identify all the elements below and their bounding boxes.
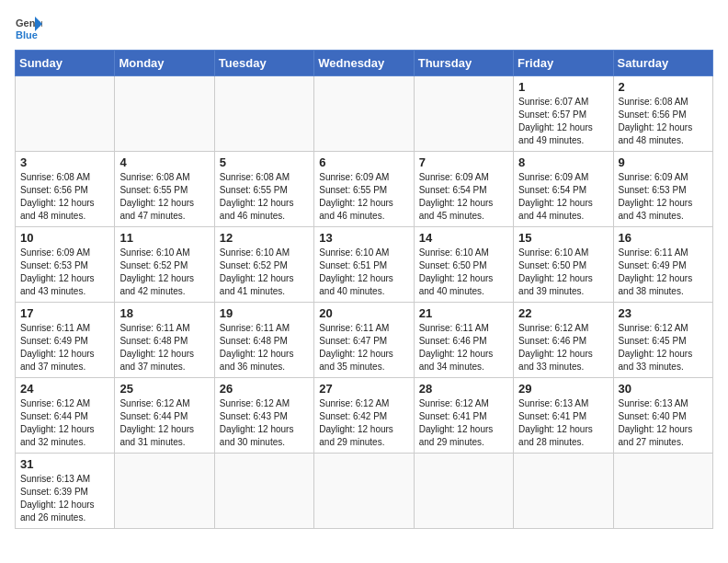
day-number: 28 bbox=[419, 382, 508, 396]
calendar-cell bbox=[115, 454, 214, 529]
day-number: 25 bbox=[119, 382, 209, 396]
day-number: 4 bbox=[119, 155, 209, 169]
day-info: Sunrise: 6:08 AM Sunset: 6:55 PM Dayligh… bbox=[119, 171, 209, 223]
day-number: 13 bbox=[319, 231, 408, 245]
weekday-header-tuesday: Tuesday bbox=[214, 51, 313, 76]
day-info: Sunrise: 6:12 AM Sunset: 6:43 PM Dayligh… bbox=[220, 397, 309, 449]
weekday-header-thursday: Thursday bbox=[414, 51, 513, 76]
day-number: 23 bbox=[619, 306, 708, 320]
day-number: 20 bbox=[319, 306, 408, 320]
day-number: 16 bbox=[619, 231, 708, 245]
calendar-cell bbox=[16, 76, 115, 152]
weekday-header-saturday: Saturday bbox=[613, 51, 712, 76]
day-info: Sunrise: 6:12 AM Sunset: 6:41 PM Dayligh… bbox=[419, 397, 508, 449]
week-row-3: 10Sunrise: 6:09 AM Sunset: 6:53 PM Dayli… bbox=[16, 227, 713, 303]
day-number: 30 bbox=[619, 382, 708, 396]
calendar-cell: 4Sunrise: 6:08 AM Sunset: 6:55 PM Daylig… bbox=[115, 152, 214, 227]
day-number: 27 bbox=[319, 382, 408, 396]
weekday-header-sunday: Sunday bbox=[16, 51, 115, 76]
day-info: Sunrise: 6:12 AM Sunset: 6:42 PM Dayligh… bbox=[319, 397, 408, 449]
day-info: Sunrise: 6:10 AM Sunset: 6:52 PM Dayligh… bbox=[119, 247, 209, 298]
calendar-cell: 28Sunrise: 6:12 AM Sunset: 6:41 PM Dayli… bbox=[414, 378, 513, 454]
day-info: Sunrise: 6:10 AM Sunset: 6:51 PM Dayligh… bbox=[319, 247, 408, 298]
calendar-cell: 1Sunrise: 6:07 AM Sunset: 6:57 PM Daylig… bbox=[514, 76, 613, 152]
calendar-cell: 26Sunrise: 6:12 AM Sunset: 6:43 PM Dayli… bbox=[214, 378, 313, 454]
day-info: Sunrise: 6:10 AM Sunset: 6:50 PM Dayligh… bbox=[518, 247, 608, 298]
calendar-cell: 9Sunrise: 6:09 AM Sunset: 6:53 PM Daylig… bbox=[613, 152, 712, 227]
calendar-cell: 30Sunrise: 6:13 AM Sunset: 6:40 PM Dayli… bbox=[613, 378, 712, 454]
day-info: Sunrise: 6:08 AM Sunset: 6:56 PM Dayligh… bbox=[20, 171, 109, 223]
svg-text:Blue: Blue bbox=[16, 29, 38, 40]
day-info: Sunrise: 6:12 AM Sunset: 6:44 PM Dayligh… bbox=[20, 397, 109, 449]
week-row-6: 31Sunrise: 6:13 AM Sunset: 6:39 PM Dayli… bbox=[16, 454, 713, 529]
calendar-cell: 19Sunrise: 6:11 AM Sunset: 6:48 PM Dayli… bbox=[214, 303, 313, 378]
week-row-4: 17Sunrise: 6:11 AM Sunset: 6:49 PM Dayli… bbox=[16, 303, 713, 378]
calendar-cell: 5Sunrise: 6:08 AM Sunset: 6:55 PM Daylig… bbox=[214, 152, 313, 227]
logo: General Blue bbox=[15, 15, 42, 40]
calendar-cell: 20Sunrise: 6:11 AM Sunset: 6:47 PM Dayli… bbox=[314, 303, 414, 378]
calendar-cell: 10Sunrise: 6:09 AM Sunset: 6:53 PM Dayli… bbox=[16, 227, 115, 303]
page-header: General Blue bbox=[15, 15, 713, 40]
calendar-cell bbox=[613, 454, 712, 529]
day-number: 11 bbox=[119, 231, 209, 245]
calendar-cell: 7Sunrise: 6:09 AM Sunset: 6:54 PM Daylig… bbox=[414, 152, 513, 227]
week-row-2: 3Sunrise: 6:08 AM Sunset: 6:56 PM Daylig… bbox=[16, 152, 713, 227]
calendar-cell bbox=[314, 76, 414, 152]
day-number: 1 bbox=[518, 80, 608, 94]
calendar-cell: 6Sunrise: 6:09 AM Sunset: 6:55 PM Daylig… bbox=[314, 152, 414, 227]
day-info: Sunrise: 6:13 AM Sunset: 6:41 PM Dayligh… bbox=[518, 397, 608, 449]
day-info: Sunrise: 6:11 AM Sunset: 6:49 PM Dayligh… bbox=[20, 322, 109, 373]
calendar-cell: 3Sunrise: 6:08 AM Sunset: 6:56 PM Daylig… bbox=[16, 152, 115, 227]
day-info: Sunrise: 6:10 AM Sunset: 6:50 PM Dayligh… bbox=[419, 247, 508, 298]
day-info: Sunrise: 6:11 AM Sunset: 6:48 PM Dayligh… bbox=[220, 322, 309, 373]
calendar-cell: 11Sunrise: 6:10 AM Sunset: 6:52 PM Dayli… bbox=[115, 227, 214, 303]
calendar-cell bbox=[514, 454, 613, 529]
calendar-cell: 18Sunrise: 6:11 AM Sunset: 6:48 PM Dayli… bbox=[115, 303, 214, 378]
day-number: 6 bbox=[319, 155, 408, 169]
calendar-cell: 12Sunrise: 6:10 AM Sunset: 6:52 PM Dayli… bbox=[214, 227, 313, 303]
day-number: 3 bbox=[20, 155, 109, 169]
day-number: 12 bbox=[220, 231, 309, 245]
calendar-cell: 24Sunrise: 6:12 AM Sunset: 6:44 PM Dayli… bbox=[16, 378, 115, 454]
calendar-cell bbox=[214, 76, 313, 152]
calendar-cell bbox=[414, 454, 513, 529]
day-info: Sunrise: 6:12 AM Sunset: 6:44 PM Dayligh… bbox=[119, 397, 209, 449]
day-info: Sunrise: 6:09 AM Sunset: 6:53 PM Dayligh… bbox=[619, 171, 708, 223]
day-info: Sunrise: 6:08 AM Sunset: 6:55 PM Dayligh… bbox=[220, 171, 309, 223]
day-info: Sunrise: 6:13 AM Sunset: 6:40 PM Dayligh… bbox=[619, 397, 708, 449]
day-number: 5 bbox=[220, 155, 309, 169]
day-info: Sunrise: 6:12 AM Sunset: 6:45 PM Dayligh… bbox=[619, 322, 708, 373]
calendar-cell: 22Sunrise: 6:12 AM Sunset: 6:46 PM Dayli… bbox=[514, 303, 613, 378]
week-row-1: 1Sunrise: 6:07 AM Sunset: 6:57 PM Daylig… bbox=[16, 76, 713, 152]
weekday-header-monday: Monday bbox=[115, 51, 214, 76]
calendar-cell: 17Sunrise: 6:11 AM Sunset: 6:49 PM Dayli… bbox=[16, 303, 115, 378]
day-number: 10 bbox=[20, 231, 109, 245]
calendar-cell: 23Sunrise: 6:12 AM Sunset: 6:45 PM Dayli… bbox=[613, 303, 712, 378]
calendar-cell: 13Sunrise: 6:10 AM Sunset: 6:51 PM Dayli… bbox=[314, 227, 414, 303]
calendar-cell: 2Sunrise: 6:08 AM Sunset: 6:56 PM Daylig… bbox=[613, 76, 712, 152]
day-info: Sunrise: 6:11 AM Sunset: 6:46 PM Dayligh… bbox=[419, 322, 508, 373]
day-info: Sunrise: 6:09 AM Sunset: 6:55 PM Dayligh… bbox=[319, 171, 408, 223]
calendar-cell: 8Sunrise: 6:09 AM Sunset: 6:54 PM Daylig… bbox=[514, 152, 613, 227]
day-info: Sunrise: 6:09 AM Sunset: 6:54 PM Dayligh… bbox=[419, 171, 508, 223]
day-number: 2 bbox=[619, 80, 708, 94]
calendar-cell bbox=[414, 76, 513, 152]
day-number: 22 bbox=[518, 306, 608, 320]
day-number: 14 bbox=[419, 231, 508, 245]
day-number: 17 bbox=[20, 306, 109, 320]
calendar-cell: 31Sunrise: 6:13 AM Sunset: 6:39 PM Dayli… bbox=[16, 454, 115, 529]
calendar-cell: 15Sunrise: 6:10 AM Sunset: 6:50 PM Dayli… bbox=[514, 227, 613, 303]
day-info: Sunrise: 6:10 AM Sunset: 6:52 PM Dayligh… bbox=[220, 247, 309, 298]
weekday-header-friday: Friday bbox=[514, 51, 613, 76]
day-info: Sunrise: 6:13 AM Sunset: 6:39 PM Dayligh… bbox=[20, 473, 109, 524]
day-number: 21 bbox=[419, 306, 508, 320]
day-info: Sunrise: 6:12 AM Sunset: 6:46 PM Dayligh… bbox=[518, 322, 608, 373]
day-info: Sunrise: 6:08 AM Sunset: 6:56 PM Dayligh… bbox=[619, 96, 708, 147]
day-number: 18 bbox=[119, 306, 209, 320]
day-info: Sunrise: 6:11 AM Sunset: 6:47 PM Dayligh… bbox=[319, 322, 408, 373]
day-number: 29 bbox=[518, 382, 608, 396]
day-number: 31 bbox=[20, 457, 109, 471]
calendar-cell bbox=[314, 454, 414, 529]
calendar-cell: 16Sunrise: 6:11 AM Sunset: 6:49 PM Dayli… bbox=[613, 227, 712, 303]
week-row-5: 24Sunrise: 6:12 AM Sunset: 6:44 PM Dayli… bbox=[16, 378, 713, 454]
